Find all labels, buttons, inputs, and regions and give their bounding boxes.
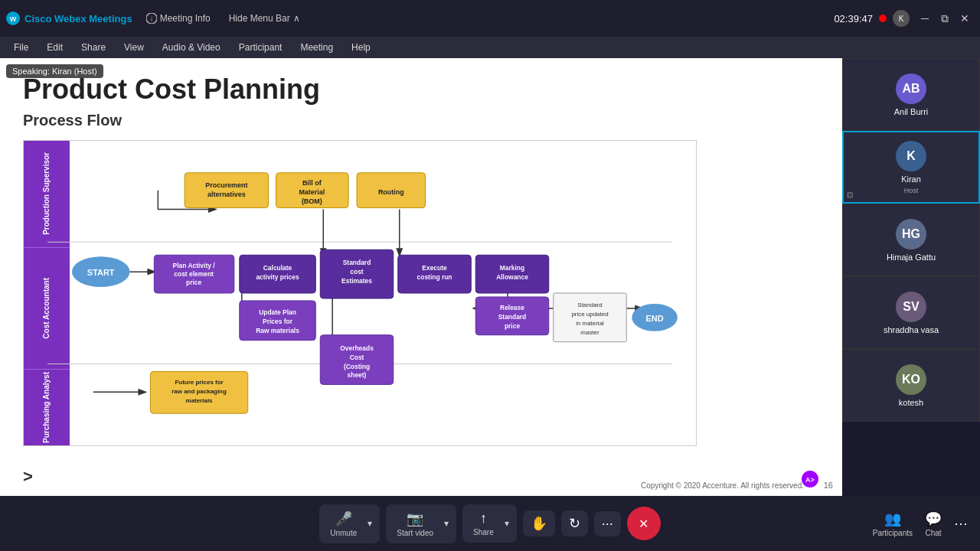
speaking-badge: Speaking: Kiran (Host) — [6, 64, 103, 78]
info-icon: i — [146, 13, 157, 24]
webex-icon: W — [6, 11, 20, 25]
svg-text:Cost: Cost — [350, 354, 364, 361]
svg-text:(Costing: (Costing — [344, 363, 370, 370]
participant-card-himaja[interactable]: HG Himaja Gattu — [842, 204, 980, 276]
slide-subtitle: Process Flow — [23, 112, 819, 129]
diagram-svg: START Procurement alternatives Bill of M… — [24, 141, 696, 445]
svg-text:costing run: costing run — [417, 273, 452, 281]
reactions-button[interactable]: ↻ — [561, 510, 588, 536]
svg-text:alternatives: alternatives — [207, 191, 246, 198]
close-button[interactable]: ✕ — [956, 9, 974, 28]
meeting-info-button[interactable]: i Meeting Info — [142, 11, 215, 25]
end-call-button[interactable]: ✕ — [627, 507, 661, 540]
avatar-kotesh: KO — [896, 364, 926, 395]
menu-edit[interactable]: Edit — [39, 41, 70, 54]
raise-hand-button[interactable]: ✋ — [523, 510, 555, 536]
chat-icon: 💬 — [925, 510, 942, 527]
svg-text:START: START — [87, 268, 115, 277]
svg-text:END: END — [646, 314, 664, 323]
svg-text:cost element: cost element — [174, 270, 214, 278]
start-video-button[interactable]: 📷 Start video — [390, 507, 439, 540]
participant-name-himaja: Himaja Gattu — [887, 253, 936, 262]
share-caret[interactable]: ▾ — [501, 517, 512, 530]
avatar-anil: AB — [896, 73, 926, 104]
participant-card-kiran[interactable]: K Kiran Host ⊡ — [842, 131, 980, 204]
participants-sidebar: AB Anil Burri K Kiran Host ⊡ HG Himaja G… — [842, 58, 980, 496]
top-bar-right: 02:39:47 K ─ ⧉ ✕ — [834, 9, 974, 28]
right-toolbar: 👥 Participants 💬 Chat ⋯ — [873, 510, 968, 537]
window-controls: ─ ⧉ ✕ — [916, 9, 974, 28]
minimize-button[interactable]: ─ — [916, 9, 934, 28]
participant-role-kiran: Host — [904, 187, 919, 194]
svg-text:Release: Release — [500, 304, 524, 311]
svg-text:Overheads: Overheads — [340, 344, 374, 352]
slide-page-number: 16 — [824, 481, 833, 490]
svg-text:price: price — [186, 279, 201, 286]
participant-card-shraddha[interactable]: SV shraddha vasa — [842, 276, 980, 349]
svg-text:Plan Activity /: Plan Activity / — [173, 262, 216, 269]
video-caret[interactable]: ▾ — [441, 517, 452, 530]
svg-text:A>: A> — [805, 476, 815, 484]
svg-text:activity prices: activity prices — [256, 273, 299, 281]
svg-text:price: price — [505, 322, 520, 330]
unmute-label: Unmute — [330, 529, 357, 537]
start-video-label: Start video — [397, 529, 433, 537]
more-button[interactable]: ··· — [594, 511, 621, 536]
participant-card-kotesh[interactable]: KO kotesh — [842, 349, 980, 422]
accenture-logo: A> — [801, 470, 819, 491]
slide-area: Speaking: Kiran (Host) Product Cost Plan… — [0, 58, 842, 496]
svg-text:Material: Material — [299, 188, 325, 196]
participant-card-anil[interactable]: AB Anil Burri — [842, 58, 980, 131]
slide-arrow[interactable]: > — [23, 467, 33, 487]
chat-label: Chat — [925, 529, 941, 537]
chat-button[interactable]: 💬 Chat — [925, 510, 942, 537]
menu-help[interactable]: Help — [344, 41, 378, 54]
meeting-info-label: Meeting Info — [160, 13, 211, 24]
slide-title: Product Cost Planning — [23, 73, 819, 106]
avatar-himaja: HG — [896, 219, 926, 249]
svg-text:sheet): sheet) — [348, 371, 367, 379]
svg-text:Raw materials: Raw materials — [256, 327, 299, 334]
svg-text:i: i — [151, 15, 152, 23]
restore-button[interactable]: ⧉ — [936, 9, 954, 28]
dots-icon: ⋯ — [954, 515, 968, 532]
unmute-button[interactable]: 🎤 Unmute — [324, 507, 363, 540]
svg-text:Standard: Standard — [343, 259, 371, 266]
hide-menu-button[interactable]: Hide Menu Bar ∧ — [224, 11, 305, 25]
svg-text:cost: cost — [350, 268, 364, 276]
end-call-icon: ✕ — [639, 517, 648, 531]
svg-text:Marking: Marking — [500, 264, 524, 272]
menu-audio-video[interactable]: Audio & Video — [155, 41, 228, 54]
avatar-kiran: K — [896, 141, 926, 171]
top-bar: W Cisco Webex Meetings i Meeting Info Hi… — [0, 0, 980, 37]
svg-text:W: W — [10, 15, 17, 23]
menu-share[interactable]: Share — [74, 41, 113, 54]
svg-text:in material: in material — [576, 320, 604, 327]
slide-footer: Copyright © 2020 Accenture. All rights r… — [641, 481, 804, 490]
unmute-group: 🎤 Unmute ▾ — [319, 504, 380, 543]
svg-text:Calculate: Calculate — [263, 264, 292, 272]
share-icon: ↑ — [480, 510, 487, 527]
svg-text:Allowance: Allowance — [496, 273, 528, 281]
svg-text:Standard: Standard — [577, 302, 602, 308]
menu-file[interactable]: File — [6, 41, 36, 54]
video-icon: 📷 — [407, 510, 423, 527]
process-flow-diagram: Production Supervisor Cost Accountant Pu… — [23, 140, 697, 446]
participants-icon: 👥 — [884, 510, 901, 527]
svg-text:Prices for: Prices for — [263, 318, 293, 325]
app-logo: W Cisco Webex Meetings — [6, 11, 132, 25]
svg-text:price updated: price updated — [571, 311, 608, 318]
svg-text:(BOM): (BOM) — [302, 197, 322, 205]
unmute-caret[interactable]: ▾ — [364, 517, 375, 530]
participant-name-anil: Anil Burri — [894, 107, 929, 116]
participants-button[interactable]: 👥 Participants — [873, 510, 913, 537]
recording-indicator — [879, 15, 887, 22]
share-button[interactable]: ↑ Share — [467, 507, 500, 540]
svg-text:Execute: Execute — [422, 264, 447, 272]
menu-participant[interactable]: Participant — [231, 41, 290, 54]
svg-text:Estimates: Estimates — [341, 277, 372, 285]
more-options-button[interactable]: ⋯ — [954, 515, 968, 532]
menu-meeting[interactable]: Meeting — [292, 41, 341, 54]
hand-icon: ✋ — [531, 515, 547, 532]
menu-view[interactable]: View — [116, 41, 152, 54]
